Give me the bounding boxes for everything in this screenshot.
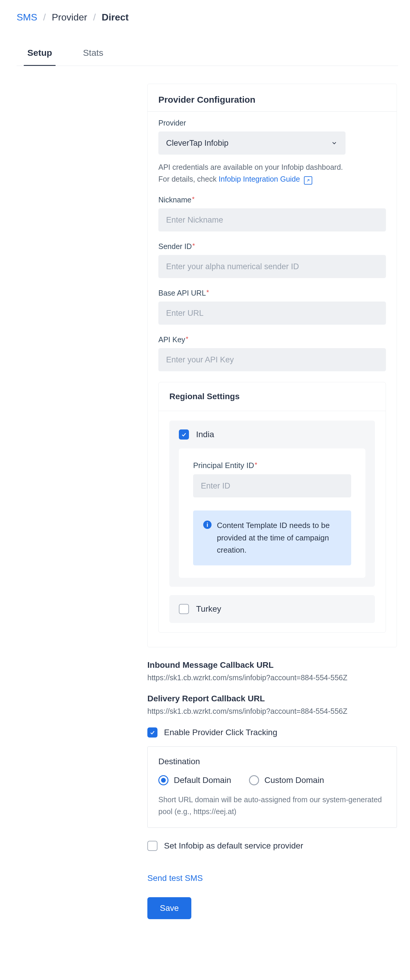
info-text: Content Template ID needs to be provided…	[217, 519, 341, 557]
helper-line2-prefix: For details, check	[158, 175, 219, 183]
destination-help: Short URL domain will be auto-assigned f…	[158, 794, 386, 817]
destination-title: Destination	[158, 757, 386, 766]
config-heading: Provider Configuration	[148, 84, 397, 111]
provider-select[interactable]: CleverTap Infobip	[158, 132, 346, 154]
sender-id-input[interactable]	[158, 255, 386, 278]
click-tracking-label: Enable Provider Click Tracking	[164, 728, 277, 737]
inbound-title: Inbound Message Callback URL	[147, 660, 397, 670]
entity-id-label: Principal Entity ID	[193, 461, 351, 470]
breadcrumb-sep: /	[43, 12, 46, 23]
config-card: Provider Configuration Provider CleverTa…	[147, 84, 397, 647]
tabs: Setup Stats	[17, 41, 398, 66]
radio-icon	[158, 775, 169, 785]
radio-custom-label: Custom Domain	[265, 775, 324, 785]
sender-id-label: Sender ID	[158, 242, 386, 251]
region-india-panel: Principal Entity ID i Content Template I…	[179, 449, 365, 578]
radio-custom-domain[interactable]: Custom Domain	[249, 775, 324, 785]
region-turkey-label: Turkey	[196, 604, 221, 614]
breadcrumb-provider[interactable]: Provider	[52, 12, 87, 23]
send-test-sms-link[interactable]: Send test SMS	[147, 873, 203, 883]
info-icon: i	[203, 520, 212, 529]
inbound-url: https://sk1.cb.wzrkt.com/sms/infobip?acc…	[147, 673, 397, 682]
delivery-url: https://sk1.cb.wzrkt.com/sms/infobip?acc…	[147, 707, 397, 716]
region-india: India Principal Entity ID i Content Temp…	[169, 420, 375, 587]
provider-label: Provider	[158, 119, 386, 127]
breadcrumb-current: Direct	[102, 12, 129, 23]
nickname-label: Nickname	[158, 196, 386, 204]
region-turkey-checkbox[interactable]	[179, 604, 189, 614]
entity-id-input[interactable]	[193, 474, 351, 498]
chevron-down-icon	[331, 140, 338, 146]
radio-icon	[249, 775, 259, 785]
breadcrumb-sms[interactable]: SMS	[17, 12, 37, 23]
provider-select-value: CleverTap Infobip	[166, 138, 228, 148]
default-provider-label: Set Infobip as default service provider	[164, 841, 303, 851]
api-key-input[interactable]	[158, 348, 386, 371]
base-url-label: Base API URL	[158, 289, 386, 298]
info-banner: i Content Template ID needs to be provid…	[193, 511, 351, 565]
base-url-input[interactable]	[158, 302, 386, 325]
breadcrumb: SMS / Provider / Direct	[17, 12, 398, 23]
lower-section: Inbound Message Callback URL https://sk1…	[147, 647, 397, 922]
default-provider-checkbox[interactable]	[147, 841, 158, 851]
external-link-icon	[304, 176, 312, 185]
save-button[interactable]: Save	[147, 897, 191, 919]
regional-heading: Regional Settings	[159, 382, 386, 411]
tab-stats[interactable]: Stats	[79, 41, 107, 66]
radio-default-label: Default Domain	[174, 775, 231, 785]
provider-helper: API credentials are available on your In…	[158, 161, 386, 185]
region-india-checkbox[interactable]	[179, 430, 189, 439]
destination-card: Destination Default Domain Custom Domain…	[147, 746, 397, 828]
api-key-label: API Key	[158, 336, 386, 344]
tab-setup[interactable]: Setup	[24, 41, 56, 66]
helper-line1: API credentials are available on your In…	[158, 161, 386, 173]
radio-default-domain[interactable]: Default Domain	[158, 775, 231, 785]
region-turkey: Turkey	[169, 595, 375, 623]
delivery-title: Delivery Report Callback URL	[147, 694, 397, 703]
region-india-label: India	[196, 430, 214, 439]
breadcrumb-sep: /	[93, 12, 96, 23]
integration-guide-link[interactable]: Infobip Integration Guide	[219, 175, 300, 183]
nickname-input[interactable]	[158, 208, 386, 232]
regional-card: Regional Settings India Principal Entity…	[158, 382, 386, 633]
click-tracking-checkbox[interactable]	[147, 727, 158, 738]
